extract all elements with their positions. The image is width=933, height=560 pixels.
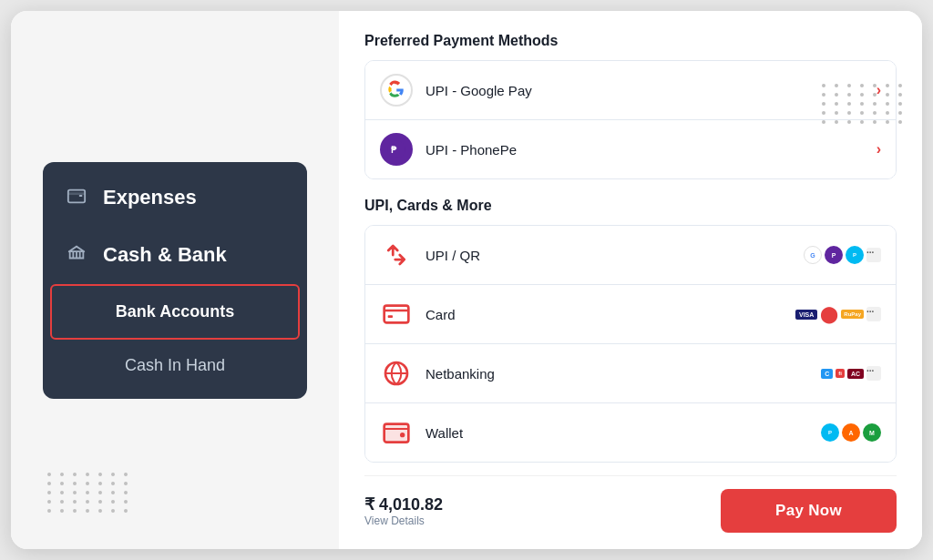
citibank-badge: C (821, 369, 833, 379)
upi-cards-section-title: UPI, Cards & More (364, 198, 897, 214)
svg-rect-1 (68, 192, 85, 195)
rupay-badge: RuPay (841, 310, 864, 319)
netbanking-item[interactable]: Netbanking C fi AC ··· (365, 344, 896, 403)
svg-rect-4 (384, 306, 409, 323)
dot-pattern-top-right: for(let i=0;i<35;i++) document.write('<d… (822, 84, 906, 124)
upi-qr-badges: G P P ··· (804, 246, 881, 264)
sidebar-item-expenses[interactable]: Expenses (43, 169, 307, 227)
phonepe-chevron: › (877, 141, 881, 158)
upi-qr-item[interactable]: UPI / QR G P P ··· (365, 226, 896, 285)
cash-in-hand-label: Cash In Hand (125, 356, 225, 374)
card-item[interactable]: Card VISA ⬤ RuPay ··· (365, 285, 896, 344)
wallet-badge3: M (863, 423, 881, 442)
amount-section: ₹ 4,010.82 View Details (364, 494, 721, 527)
view-details-link[interactable]: View Details (364, 514, 721, 527)
right-panel: for(let i=0;i<35;i++) document.write('<d… (339, 11, 922, 549)
wallet-badge2: A (842, 423, 860, 442)
paytm-badge: P (846, 246, 864, 264)
bottom-bar: ₹ 4,010.82 View Details Pay Now (364, 475, 897, 549)
card-label: Card (425, 307, 795, 322)
amount-value: ₹ 4,010.82 (364, 494, 721, 514)
svg-text:₱: ₱ (391, 145, 397, 155)
left-panel: for(let i=0;i<35;i++) document.write('<d… (11, 11, 339, 549)
preferred-payment-list: UPI - Google Pay › ₱ UPI - PhonePe › (364, 60, 897, 179)
pay-now-button[interactable]: Pay Now (721, 489, 897, 533)
expenses-label: Expenses (103, 186, 197, 209)
net-more-badge: ··· (866, 366, 881, 381)
upi-qr-icon (380, 239, 413, 271)
card-more-badge: ··· (866, 307, 881, 321)
svg-rect-0 (68, 189, 85, 202)
svg-point-2 (387, 140, 405, 158)
dot-pattern-bottom-left: for(let i=0;i<35;i++) document.write('<d… (47, 473, 131, 513)
app-container: for(let i=0;i<35;i++) document.write('<d… (11, 11, 922, 549)
preferred-section-title: Preferred Payment Methods (364, 33, 897, 49)
gpay-badge: G (804, 246, 822, 264)
netbanking-icon (380, 357, 413, 390)
hdfc-badge: fi (836, 369, 845, 378)
netbanking-label: Netbanking (425, 366, 821, 382)
visa-badge: VISA (795, 310, 817, 320)
wallet-paytm-badge: P (821, 423, 839, 442)
phonepe-item[interactable]: ₱ UPI - PhonePe › (365, 120, 896, 178)
svg-rect-5 (388, 315, 393, 318)
sidebar-item-bank-accounts[interactable]: Bank Accounts (50, 284, 300, 340)
scroll-area: Preferred Payment Methods UPI - Google P… (364, 33, 897, 475)
phonepe-icon: ₱ (380, 133, 413, 166)
axis-badge: AC (847, 369, 864, 379)
cash-bank-label: Cash & Bank (103, 243, 227, 267)
card-icon (380, 298, 413, 331)
card-badges: VISA ⬤ RuPay ··· (795, 306, 881, 322)
upi-qr-label: UPI / QR (425, 248, 804, 263)
sidebar-item-cash-in-hand[interactable]: Cash In Hand (43, 340, 307, 392)
google-pay-item[interactable]: UPI - Google Pay › (365, 61, 896, 120)
wallet-label: Wallet (425, 425, 821, 441)
svg-rect-7 (384, 424, 409, 443)
upi-cards-list: UPI / QR G P P ··· (364, 225, 897, 463)
wallet-badges: P A M (821, 423, 881, 442)
svg-point-9 (400, 433, 405, 437)
sidebar-item-cash-bank[interactable]: Cash & Bank (43, 227, 307, 284)
more-badge: ··· (866, 248, 881, 262)
google-pay-label: UPI - Google Pay (425, 83, 877, 98)
google-pay-icon (380, 74, 413, 107)
wallet-item[interactable]: Wallet P A M (365, 403, 896, 462)
bank-icon (65, 243, 88, 268)
sidebar-menu: Expenses Cash & Bank Bank Accounts Cash … (43, 162, 307, 399)
mastercard-badge: ⬤ (820, 306, 838, 322)
phonepe-label: UPI - PhonePe (425, 142, 877, 158)
phonepe-badge: P (825, 246, 843, 264)
bank-accounts-label: Bank Accounts (116, 302, 234, 321)
wallet-icon-pay (380, 416, 413, 449)
netbanking-badges: C fi AC ··· (821, 366, 881, 381)
wallet-icon (65, 186, 88, 210)
